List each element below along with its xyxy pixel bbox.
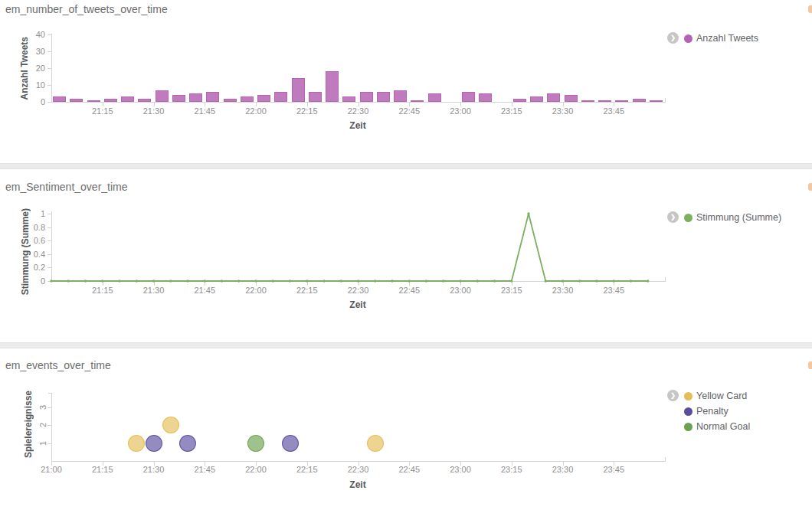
event-point-penalty[interactable] (146, 435, 162, 452)
sentiment-line (0, 170, 812, 342)
bar[interactable] (326, 71, 339, 102)
y-tick (47, 51, 51, 52)
event-point-penalty[interactable] (282, 435, 299, 452)
x-tick-label: 23:15 (495, 465, 529, 474)
bar[interactable] (598, 100, 611, 102)
legend-item[interactable]: Stimmung (Summe) (684, 210, 781, 225)
bar[interactable] (156, 90, 169, 102)
x-axis-end-tick (665, 98, 666, 103)
bar[interactable] (241, 96, 254, 102)
event-point-yellow-card[interactable] (367, 435, 384, 452)
bar[interactable] (189, 93, 202, 102)
panel-title: em_number_of_tweets_over_time (5, 3, 168, 15)
panel-divider (0, 342, 812, 348)
bar[interactable] (581, 100, 594, 102)
legend-dot-icon (684, 214, 692, 222)
x-axis-title: Zeit (327, 299, 388, 310)
x-tick-label: 22:30 (342, 286, 375, 295)
legend-item[interactable]: Normal Goal (684, 419, 750, 434)
legend-label: Yellow Card (696, 391, 747, 401)
bar[interactable] (104, 99, 117, 102)
legend-toggle-icon[interactable]: ❯ (667, 211, 679, 223)
event-point-penalty[interactable] (179, 435, 196, 452)
panel-edge-icon[interactable] (808, 183, 812, 191)
x-tick-label: 23:45 (597, 286, 630, 295)
bar[interactable] (479, 93, 492, 102)
bar[interactable] (172, 95, 185, 102)
y-tick (47, 227, 51, 228)
panel-edge-icon[interactable] (808, 5, 812, 13)
bar[interactable] (547, 93, 560, 102)
y-tick-label: 2 (38, 420, 47, 430)
bar[interactable] (565, 95, 578, 102)
bar[interactable] (633, 99, 646, 102)
legend-toggle-icon[interactable]: ❯ (667, 32, 679, 44)
x-tick-label: 23:00 (444, 106, 477, 116)
bar[interactable] (360, 92, 373, 102)
x-tick-label: 21:15 (86, 106, 120, 116)
x-axis-end-tick (665, 457, 666, 462)
bar[interactable] (377, 92, 390, 102)
y-tick (47, 68, 51, 69)
bar[interactable] (428, 93, 441, 102)
bar[interactable] (615, 100, 628, 102)
legend-toggle-icon[interactable]: ❯ (667, 390, 679, 401)
event-point-normal-goal[interactable] (247, 435, 264, 452)
bar[interactable] (87, 100, 100, 102)
panel-divider (0, 163, 812, 169)
legend-item[interactable]: Yellow Card (684, 388, 750, 404)
x-tick-label: 22:00 (239, 106, 273, 116)
bar[interactable] (530, 96, 543, 102)
legend-label: Penalty (696, 406, 729, 417)
bar[interactable] (650, 100, 663, 102)
x-tick-label: 22:00 (239, 465, 273, 474)
x-tick-label: 23:30 (546, 106, 580, 116)
bar[interactable] (206, 92, 219, 102)
bar[interactable] (309, 92, 322, 102)
bar[interactable] (462, 92, 475, 102)
y-tick (47, 85, 51, 86)
y-tick-label: 3 (38, 403, 47, 412)
legend: ❯Yellow CardPenaltyNormal Goal (667, 388, 750, 434)
bar[interactable] (257, 95, 270, 102)
legend-item[interactable]: Anzahl Tweets (684, 31, 758, 46)
panel-events-over-time: em_events_over_time 21:0021:1521:3021:45… (0, 349, 812, 510)
y-axis-line (51, 211, 52, 281)
x-axis-title: Zeit (327, 479, 388, 490)
bar[interactable] (224, 99, 237, 102)
x-tick-label: 22:00 (239, 286, 273, 295)
bar[interactable] (274, 92, 287, 102)
bar[interactable] (394, 90, 407, 102)
bar[interactable] (513, 99, 526, 102)
bar[interactable] (121, 96, 134, 102)
legend-items: Stimmung (Summe) (684, 210, 781, 225)
y-axis-line (51, 34, 52, 102)
legend-dot-icon (684, 392, 692, 400)
y-tick (47, 254, 51, 255)
bar[interactable] (292, 78, 305, 102)
bar[interactable] (411, 100, 424, 102)
bar[interactable] (138, 99, 151, 102)
bar[interactable] (53, 96, 66, 102)
x-tick-label: 22:30 (342, 465, 375, 474)
x-tick-label: 21:30 (137, 106, 171, 116)
event-point-yellow-card[interactable] (162, 417, 179, 433)
y-axis-title: Stimmung (Summe) (19, 204, 31, 295)
legend-items: Anzahl Tweets (684, 31, 758, 46)
legend-item[interactable]: Penalty (684, 404, 750, 419)
x-tick-label: 23:45 (597, 465, 630, 474)
y-tick (47, 443, 51, 444)
x-tick-label: 21:15 (86, 465, 120, 474)
legend-dot-icon (684, 407, 692, 416)
y-axis-title: Spielereignisse (22, 386, 34, 463)
panel-title: em_Sentiment_over_time (5, 181, 128, 193)
panel-edge-icon[interactable] (808, 361, 812, 369)
x-tick-label: 22:30 (342, 106, 375, 116)
bar[interactable] (70, 99, 83, 102)
panel-tweets-over-time: em_number_of_tweets_over_time 21:1521:30… (0, 0, 812, 163)
x-tick-label: 21:45 (188, 286, 221, 295)
bar[interactable] (342, 96, 355, 102)
x-tick-label: 21:45 (188, 106, 221, 116)
legend-label: Stimmung (Summe) (696, 212, 781, 223)
event-point-yellow-card[interactable] (128, 435, 145, 452)
